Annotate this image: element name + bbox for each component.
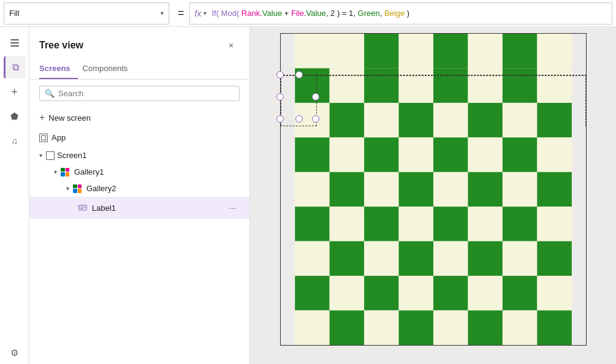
main-area: ⧉ + ⬟ ♫ ⚙ Tree view × Screens Compo bbox=[0, 27, 616, 364]
data-button[interactable]: ⬟ bbox=[4, 105, 26, 127]
chevron-down-icon: ▾ bbox=[39, 152, 42, 159]
top-bar: Fill ▾ = fx ▾ If( Mod( Rank.Value + File… bbox=[0, 0, 616, 27]
app-icon bbox=[39, 134, 48, 142]
svg-rect-50 bbox=[537, 207, 571, 241]
svg-rect-15 bbox=[433, 68, 468, 102]
svg-rect-62 bbox=[398, 276, 433, 310]
svg-rect-36 bbox=[329, 172, 363, 207]
gallery2-icon bbox=[73, 184, 82, 193]
svg-rect-20 bbox=[329, 103, 363, 137]
media-button[interactable]: ♫ bbox=[4, 130, 26, 152]
svg-rect-44 bbox=[329, 207, 363, 241]
add-button[interactable]: + bbox=[4, 81, 26, 103]
svg-rect-32 bbox=[468, 137, 502, 172]
label1-label: Label1 bbox=[92, 203, 222, 213]
svg-rect-58 bbox=[537, 241, 571, 276]
svg-rect-31 bbox=[433, 137, 468, 172]
app-label: App bbox=[51, 133, 66, 142]
svg-rect-53 bbox=[364, 241, 398, 276]
gallery2-label: Gallery2 bbox=[86, 184, 240, 193]
checkerboard-canvas[interactable] bbox=[280, 33, 587, 346]
svg-rect-46 bbox=[398, 207, 433, 241]
tree-search-container: 🔍 bbox=[39, 86, 240, 101]
svg-rect-3 bbox=[295, 34, 329, 68]
tree-close-button[interactable]: × bbox=[222, 37, 240, 54]
svg-rect-27 bbox=[295, 137, 329, 172]
chevron-down-icon: ▾ bbox=[54, 169, 57, 175]
svg-rect-33 bbox=[502, 137, 536, 172]
svg-rect-66 bbox=[537, 276, 571, 310]
svg-rect-59 bbox=[295, 276, 329, 310]
search-icon: 🔍 bbox=[45, 89, 55, 98]
svg-rect-64 bbox=[468, 276, 502, 310]
formula-text: If( Mod( Rank.Value + File.Value, 2 ) = … bbox=[211, 9, 409, 18]
chevron-down-icon: ▾ bbox=[66, 185, 69, 192]
svg-rect-54 bbox=[398, 241, 433, 276]
svg-rect-23 bbox=[433, 103, 468, 137]
plus-icon: + bbox=[39, 112, 45, 123]
svg-rect-26 bbox=[537, 103, 571, 137]
layers-button[interactable]: ⧉ bbox=[4, 56, 26, 78]
fill-dropdown[interactable]: Fill ▾ bbox=[4, 2, 169, 25]
svg-rect-47 bbox=[433, 207, 468, 241]
svg-rect-40 bbox=[468, 172, 502, 207]
tree-item-gallery2[interactable]: ▾ Gallery2 bbox=[29, 180, 249, 197]
label-icon bbox=[78, 203, 87, 212]
app-item[interactable]: App bbox=[29, 128, 249, 147]
svg-rect-18 bbox=[537, 68, 571, 102]
svg-rect-24 bbox=[468, 103, 502, 137]
tree-panel: Tree view × Screens Components 🔍 + New s… bbox=[29, 27, 250, 364]
svg-rect-67 bbox=[295, 311, 329, 345]
gallery1-label: Gallery1 bbox=[74, 167, 240, 176]
new-screen-button[interactable]: + New screen bbox=[29, 107, 249, 128]
tree-item-screen1[interactable]: ▾ Screen1 bbox=[29, 147, 249, 164]
tree-item-label1[interactable]: Label1 ··· bbox=[29, 197, 249, 219]
tree-item-gallery1[interactable]: ▾ Gallery1 bbox=[29, 164, 249, 180]
tab-components[interactable]: Components bbox=[83, 59, 135, 79]
svg-rect-4 bbox=[329, 34, 363, 68]
tools-button[interactable]: ⚙ bbox=[4, 342, 26, 364]
svg-rect-12 bbox=[329, 68, 363, 102]
svg-rect-39 bbox=[433, 172, 468, 207]
svg-rect-14 bbox=[398, 68, 433, 102]
svg-rect-41 bbox=[502, 172, 536, 207]
hamburger-menu-button[interactable] bbox=[4, 32, 26, 54]
svg-rect-68 bbox=[329, 311, 363, 345]
canvas-area bbox=[250, 27, 616, 364]
more-icon: ··· bbox=[229, 203, 236, 213]
screen1-label: Screen1 bbox=[57, 151, 240, 160]
svg-rect-8 bbox=[468, 34, 502, 68]
svg-rect-73 bbox=[502, 311, 536, 345]
close-icon: × bbox=[229, 40, 234, 50]
svg-rect-17 bbox=[502, 68, 536, 102]
svg-rect-10 bbox=[537, 34, 571, 68]
svg-rect-52 bbox=[329, 241, 363, 276]
svg-rect-13 bbox=[364, 68, 398, 102]
svg-rect-19 bbox=[295, 103, 329, 137]
svg-rect-71 bbox=[433, 311, 468, 345]
icon-rail: ⧉ + ⬟ ♫ ⚙ bbox=[0, 27, 29, 364]
tree-items: ▾ Screen1 ▾ Gallery1 ▾ bbox=[29, 147, 249, 364]
search-input[interactable] bbox=[58, 89, 234, 98]
svg-rect-28 bbox=[329, 137, 363, 172]
svg-rect-69 bbox=[364, 311, 398, 345]
svg-rect-61 bbox=[364, 276, 398, 310]
svg-rect-9 bbox=[502, 34, 536, 68]
chevron-down-icon: ▾ bbox=[161, 10, 164, 17]
fill-dropdown-label: Fill bbox=[9, 9, 161, 18]
label1-more-button[interactable]: ··· bbox=[225, 200, 240, 215]
tab-screens[interactable]: Screens bbox=[39, 59, 78, 79]
cylinder-icon: ⬟ bbox=[10, 111, 18, 122]
plus-icon: + bbox=[11, 86, 18, 99]
svg-rect-30 bbox=[398, 137, 433, 172]
svg-rect-72 bbox=[468, 311, 502, 345]
svg-rect-35 bbox=[295, 172, 329, 207]
svg-rect-43 bbox=[295, 207, 329, 241]
gallery1-icon bbox=[61, 168, 69, 176]
svg-rect-70 bbox=[398, 311, 433, 345]
formula-bar[interactable]: fx ▾ If( Mod( Rank.Value + File.Value, 2… bbox=[189, 2, 612, 25]
svg-rect-16 bbox=[468, 68, 502, 102]
svg-rect-6 bbox=[398, 34, 433, 68]
svg-rect-5 bbox=[364, 34, 398, 68]
svg-rect-45 bbox=[364, 207, 398, 241]
